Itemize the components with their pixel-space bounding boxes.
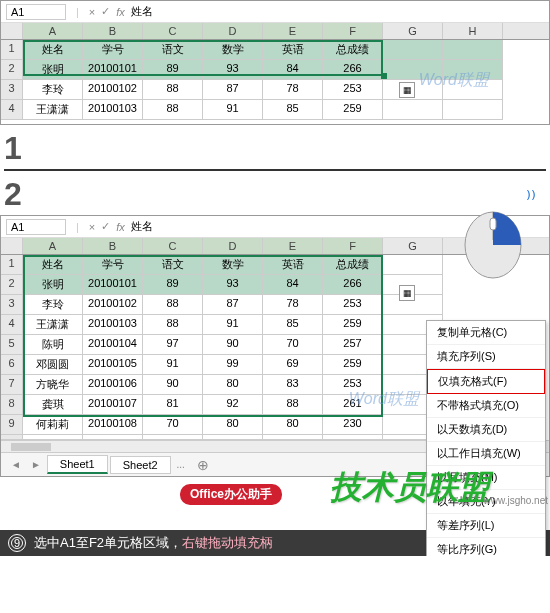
cell[interactable]: 语文 xyxy=(143,40,203,60)
cell[interactable]: 20100104 xyxy=(83,335,143,355)
cell[interactable]: 张明 xyxy=(23,275,83,295)
cell[interactable]: 87 xyxy=(203,295,263,315)
col-A[interactable]: A xyxy=(23,238,83,254)
name-box[interactable] xyxy=(6,4,66,20)
cell[interactable]: 261 xyxy=(323,395,383,415)
row-head[interactable]: 4 xyxy=(1,100,23,120)
cell[interactable]: 88 xyxy=(143,80,203,100)
cell[interactable]: 20100108 xyxy=(83,415,143,435)
cell[interactable]: 李玲 xyxy=(23,295,83,315)
enter-icon[interactable]: ✓ xyxy=(101,220,110,233)
cell[interactable]: 78 xyxy=(263,80,323,100)
cell[interactable]: 总成绩 xyxy=(323,40,383,60)
cell[interactable]: 89 xyxy=(143,275,203,295)
cell[interactable] xyxy=(383,60,443,80)
menu-item-copy-cells[interactable]: 复制单元格(C) xyxy=(427,321,545,345)
cell[interactable]: 学号 xyxy=(83,255,143,275)
cell[interactable]: 20100103 xyxy=(83,315,143,335)
cell[interactable]: 英语 xyxy=(263,255,323,275)
cell[interactable]: 259 xyxy=(323,355,383,375)
fx-icon[interactable]: fx xyxy=(116,221,125,233)
row-head[interactable]: 1 xyxy=(1,40,23,60)
cell[interactable]: 张明 xyxy=(23,60,83,80)
cell[interactable]: 70 xyxy=(143,415,203,435)
row-head[interactable]: 3 xyxy=(1,295,23,315)
row-head[interactable]: 5 xyxy=(1,335,23,355)
cell[interactable]: 92 xyxy=(203,395,263,415)
cell[interactable]: 学号 xyxy=(83,40,143,60)
col-G[interactable]: G xyxy=(383,23,443,39)
cell[interactable]: 80 xyxy=(263,415,323,435)
cell[interactable]: 91 xyxy=(203,315,263,335)
menu-item-fill-format-only[interactable]: 仅填充格式(F) xyxy=(427,369,545,394)
sheet-tab[interactable]: Sheet1 xyxy=(47,455,108,474)
cell[interactable]: 20100101 xyxy=(83,275,143,295)
formula-value[interactable]: 姓名 xyxy=(131,219,153,234)
menu-item-fill-series[interactable]: 填充序列(S) xyxy=(427,345,545,369)
tab-more[interactable]: ... xyxy=(173,459,189,470)
add-sheet-button[interactable]: ⊕ xyxy=(191,457,215,473)
cell[interactable]: 邓圆圆 xyxy=(23,355,83,375)
cell[interactable] xyxy=(443,100,503,120)
cell[interactable]: 88 xyxy=(143,315,203,335)
cell[interactable]: 70 xyxy=(263,335,323,355)
cell[interactable]: 80 xyxy=(203,375,263,395)
cell[interactable]: 259 xyxy=(323,315,383,335)
cell[interactable]: 龚琪 xyxy=(23,395,83,415)
cell[interactable]: 英语 xyxy=(263,40,323,60)
cell[interactable] xyxy=(383,100,443,120)
cell[interactable]: 84 xyxy=(263,60,323,80)
name-box[interactable] xyxy=(6,219,66,235)
select-all-corner[interactable] xyxy=(1,238,23,254)
tab-nav-prev[interactable]: ◄ xyxy=(7,459,25,470)
cell[interactable] xyxy=(443,60,503,80)
cell[interactable]: 93 xyxy=(203,275,263,295)
cell[interactable]: 266 xyxy=(323,275,383,295)
cell[interactable]: 语文 xyxy=(143,255,203,275)
cell[interactable]: 253 xyxy=(323,80,383,100)
cell[interactable]: 87 xyxy=(203,80,263,100)
col-B[interactable]: B xyxy=(83,238,143,254)
tab-nav-next[interactable]: ► xyxy=(27,459,45,470)
cell[interactable]: 257 xyxy=(323,335,383,355)
sheet-tab[interactable]: Sheet2 xyxy=(110,456,171,474)
cell[interactable]: 99 xyxy=(203,355,263,375)
cell[interactable] xyxy=(383,255,443,275)
cell[interactable]: 78 xyxy=(263,295,323,315)
col-D[interactable]: D xyxy=(203,23,263,39)
row-head[interactable]: 7 xyxy=(1,375,23,395)
cell[interactable]: 80 xyxy=(203,415,263,435)
cell[interactable]: 253 xyxy=(323,375,383,395)
menu-item-fill-without-format[interactable]: 不带格式填充(O) xyxy=(427,394,545,418)
autofill-options-icon[interactable]: ▦ xyxy=(399,82,415,98)
row-head[interactable]: 9 xyxy=(1,415,23,435)
cell[interactable]: 88 xyxy=(263,395,323,415)
row-head[interactable]: 2 xyxy=(1,60,23,80)
formula-value[interactable]: 姓名 xyxy=(131,4,153,19)
row-head[interactable]: 1 xyxy=(1,255,23,275)
cell[interactable]: 王潇潇 xyxy=(23,315,83,335)
col-E[interactable]: E xyxy=(263,238,323,254)
cell[interactable]: 266 xyxy=(323,60,383,80)
cell[interactable]: 20100101 xyxy=(83,60,143,80)
col-F[interactable]: F xyxy=(323,238,383,254)
cell[interactable]: 20100102 xyxy=(83,295,143,315)
cell[interactable]: 88 xyxy=(143,295,203,315)
cell[interactable]: 253 xyxy=(323,295,383,315)
cell[interactable]: 93 xyxy=(203,60,263,80)
cell[interactable]: 83 xyxy=(263,375,323,395)
cell[interactable]: 97 xyxy=(143,335,203,355)
select-all-corner[interactable] xyxy=(1,23,23,39)
menu-item-fill-weekdays[interactable]: 以工作日填充(W) xyxy=(427,442,545,466)
cell[interactable]: 姓名 xyxy=(23,255,83,275)
fill-handle[interactable] xyxy=(381,73,387,79)
cell[interactable]: 85 xyxy=(263,315,323,335)
col-C[interactable]: C xyxy=(143,238,203,254)
cell[interactable]: 姓名 xyxy=(23,40,83,60)
col-A[interactable]: A xyxy=(23,23,83,39)
row-head[interactable]: 8 xyxy=(1,395,23,415)
cell[interactable]: 259 xyxy=(323,100,383,120)
cell[interactable]: 何莉莉 xyxy=(23,415,83,435)
cell[interactable]: 数学 xyxy=(203,40,263,60)
cell[interactable]: 王潇潇 xyxy=(23,100,83,120)
